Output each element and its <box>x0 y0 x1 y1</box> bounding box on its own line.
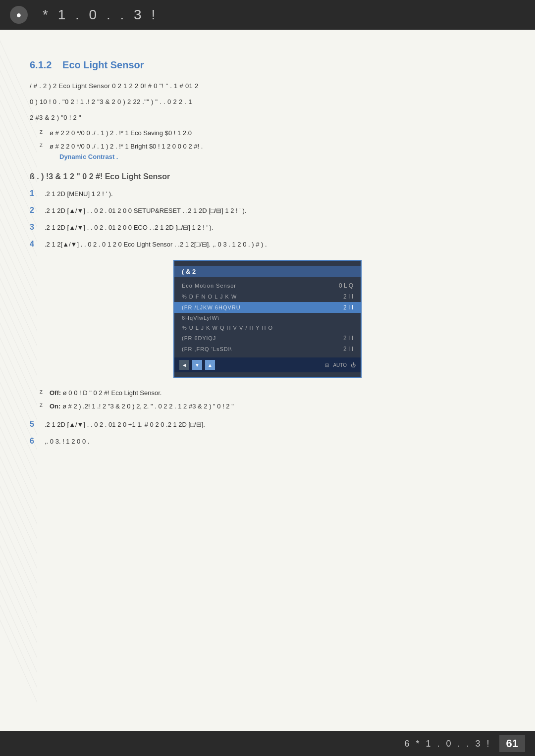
step-6-number: 6 <box>30 437 45 446</box>
bullet-text-1: ø # 2 2 0 */0 0 ./ . 1 ) 2 . !* 1 Eco Sa… <box>50 128 192 139</box>
step-1-number: 1 <box>30 189 45 198</box>
step-3-text: .2 1 2D [▲/▼] . . 0 2 . 01 2 0 0 ECO . .… <box>45 222 505 233</box>
step-5-number: 5 <box>30 420 45 429</box>
osd-label-5: (FR 6DYlQJ <box>182 335 216 341</box>
osd-screen-icon: ⊟ <box>325 362 329 368</box>
step-4-number: 4 <box>30 240 45 249</box>
svg-line-32 <box>0 505 37 604</box>
sub-bullet-2: z ø # 2 2 0 */0 0 ./ . 1 ) 2 . !* 1 Brig… <box>30 142 505 162</box>
svg-line-39 <box>0 609 37 708</box>
sub-bullet-1: z ø # 2 2 0 */0 0 ./ . 1 ) 2 . !* 1 Eco … <box>30 128 505 139</box>
bullet-marker-1: z <box>40 128 50 139</box>
section-number: 6.1.2 <box>30 59 52 70</box>
osd-right-icons: ⊟ AUTO ⏻ <box>325 362 356 368</box>
osd-nav-left[interactable]: ◄ <box>179 360 189 370</box>
section-b-heading: ß . ) !3 & 1 2 " 0 2 #! Eco Light Sensor <box>30 172 505 181</box>
on-text: On: ø # 2 ) .2! 1 .! 2 "3 & 2 0 ) 2, 2. … <box>50 402 234 412</box>
osd-nav-icons: ◄ ▼ ▲ <box>179 360 215 370</box>
svg-line-31 <box>0 490 37 589</box>
osd-title: ( & 2 <box>174 266 361 277</box>
step-3: 3 .2 1 2D [▲/▼] . . 0 2 . 01 2 0 0 ECO .… <box>30 222 505 233</box>
step-1: 1 .2 1 2D [MENU] 1 2 ! ' ). <box>30 189 505 200</box>
step-6-text: ,. 0 3. ! 1 2 0 0 . <box>45 436 505 447</box>
step-1-text: .2 1 2D [MENU] 1 2 ! ' ). <box>45 189 505 200</box>
off-text: Off: ø 0 0 ! D " 0 2 #! Eco Light Sensor… <box>50 388 161 399</box>
step-3-number: 3 <box>30 223 45 232</box>
main-content: 6.1.2 Eco Light Sensor / # . 2 ) 2 Eco L… <box>0 30 535 494</box>
step-5: 5 .2 1 2D [▲/▼] . . 0 2 . 01 2 0 +1 1. #… <box>30 419 505 430</box>
osd-label-3: 6HqVlwLylW\ <box>182 315 219 321</box>
off-bullet: z <box>40 388 50 399</box>
svg-line-38 <box>0 594 37 693</box>
footer-page-number: 61 <box>499 735 525 752</box>
osd-auto-text: AUTO <box>333 362 347 368</box>
osd-row-3: 6HqVlwLylW\ <box>174 313 361 323</box>
bullet-text-2-sub: Dynamic Contrast . <box>50 153 118 160</box>
osd-bottom-bar: ◄ ▼ ▲ ⊟ AUTO ⏻ <box>174 357 361 372</box>
logo: ● <box>10 6 28 24</box>
osd-label-2: (FR /LJKW 6HQVRU <box>182 304 241 310</box>
section-b-prefix: ß <box>30 172 35 181</box>
osd-nav-up[interactable]: ▲ <box>205 360 215 370</box>
section-heading: 6.1.2 Eco Light Sensor <box>30 59 505 71</box>
off-explanation: z Off: ø 0 0 ! D " 0 2 #! Eco Light Sens… <box>30 388 505 399</box>
osd-row-5: (FR 6DYlQJ 2 I I <box>174 333 361 344</box>
osd-row-0: Eco Motion Sensor 0 L Q <box>174 280 361 291</box>
osd-row-1: % D F N O L J K W 2 I I <box>174 291 361 302</box>
step-4: 4 .2 1 2[▲/▼] . . 0 2 . 0 1 2 0 Eco Ligh… <box>30 239 505 250</box>
step-6: 6 ,. 0 3. ! 1 2 0 0 . <box>30 436 505 447</box>
steps-5-6: 5 .2 1 2D [▲/▼] . . 0 2 . 01 2 0 +1 1. #… <box>30 419 505 447</box>
osd-label-1: % D F N O L J K W <box>182 294 237 300</box>
osd-menu: ( & 2 Eco Motion Sensor 0 L Q % D F N O … <box>173 260 362 378</box>
osd-value-6: 2 I I <box>343 346 353 353</box>
osd-power-icon: ⏻ <box>351 362 356 368</box>
intro-paragraph-1: / # . 2 ) 2 Eco Light Sensor 0 2 1 2 2 0… <box>30 81 505 92</box>
osd-nav-down[interactable]: ▼ <box>192 360 202 370</box>
header-title: * 1 . 0 . . 3 ! <box>43 7 158 23</box>
bullet-marker-2: z <box>40 142 50 162</box>
svg-line-36 <box>0 564 37 663</box>
osd-row-2: (FR /LJKW 6HQVRU 2 I I <box>174 302 361 313</box>
on-bullet: z <box>40 402 50 412</box>
svg-line-33 <box>0 520 37 619</box>
osd-row-4: % U L J K W Q H V V / H Y H O <box>174 323 361 333</box>
step-2: 2 .2 1 2D [▲/▼] . . 0 2 . 01 2 0 0 SETUP… <box>30 205 505 216</box>
osd-container: ( & 2 Eco Motion Sensor 0 L Q % D F N O … <box>30 260 505 378</box>
section-b-text: . ) !3 & 1 2 " 0 2 #! Eco Light Sensor <box>37 172 170 181</box>
step-5-text: .2 1 2D [▲/▼] . . 0 2 . 01 2 0 +1 1. # 0… <box>45 419 505 430</box>
footer-bar: 6 * 1 . 0 . . 3 ! 61 <box>0 731 535 756</box>
svg-line-35 <box>0 550 37 649</box>
svg-line-34 <box>0 535 37 634</box>
intro-paragraph-3: 2 #3 & 2 ) "0 ! 2 " <box>30 112 505 123</box>
footer-breadcrumb: 6 * 1 . 0 . . 3 ! <box>404 739 491 749</box>
osd-label-4: % U L J K W Q H V V / H Y H O <box>182 325 273 331</box>
osd-value-0: 0 L Q <box>339 282 353 289</box>
step-2-text: .2 1 2D [▲/▼] . . 0 2 . 01 2 0 0 SETUP&R… <box>45 205 505 216</box>
steps-list: 1 .2 1 2D [MENU] 1 2 ! ' ). 2 .2 1 2D [▲… <box>30 189 505 250</box>
section-title: Eco Light Sensor <box>62 59 144 70</box>
osd-row-6: (FR ,FRQ 'LsSDl\ 2 I I <box>174 344 361 354</box>
osd-label-6: (FR ,FRQ 'LsSDl\ <box>182 346 232 352</box>
step-2-number: 2 <box>30 206 45 215</box>
osd-value-5: 2 I I <box>343 335 353 342</box>
on-explanation: z On: ø # 2 ) .2! 1 .! 2 "3 & 2 0 ) 2, 2… <box>30 402 505 412</box>
osd-label-0: Eco Motion Sensor <box>182 283 236 289</box>
bullet-text-2: ø # 2 2 0 */0 0 ./ . 1 ) 2 . !* 1 Bright… <box>50 143 203 150</box>
svg-line-37 <box>0 579 37 678</box>
osd-value-2: 2 I I <box>343 304 353 311</box>
intro-paragraph-2: 0 ) 10 ! 0 . "0 2 ! 1 .! 2 "3 & 2 0 ) 2 … <box>30 97 505 107</box>
osd-value-1: 2 I I <box>343 293 353 300</box>
header-bar: ● * 1 . 0 . . 3 ! <box>0 0 535 30</box>
step-4-text: .2 1 2[▲/▼] . . 0 2 . 0 1 2 0 Eco Light … <box>45 239 505 250</box>
